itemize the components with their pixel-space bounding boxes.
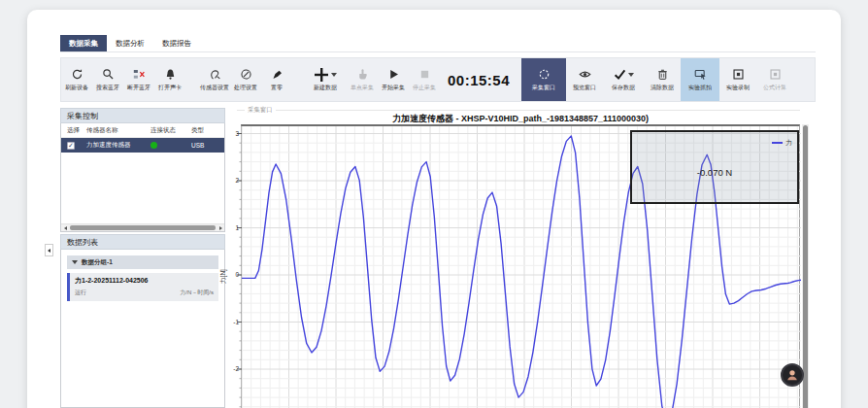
chevron-down-icon [72, 260, 78, 264]
formula-calc-button[interactable]: 公式计算 [756, 58, 793, 101]
groupbox-label: 采集窗口 [245, 106, 276, 115]
data-list-panel: 数据列表 数据分组-1 力1-2-20251112-042506 运行 力/N－… [60, 234, 225, 408]
single-point-capture-button[interactable]: 单点采集 [347, 58, 378, 101]
status-dot [150, 142, 157, 149]
chevron-down-icon[interactable] [331, 73, 337, 77]
new-data-button[interactable]: 新建数据 [304, 58, 347, 101]
chart-legend: 力 [772, 138, 792, 148]
open-soundcard-button[interactable]: 打开声卡 [154, 58, 185, 101]
trash-icon [656, 67, 669, 82]
record-square-icon [732, 67, 745, 82]
y-tick-label: 3 [227, 130, 239, 137]
tab-data-capture[interactable]: 数据采集 [60, 35, 107, 51]
sensor-checkbox[interactable]: ✓ [67, 142, 75, 150]
start-capture-button[interactable]: 开始采集 [378, 58, 409, 101]
check-icon [614, 68, 626, 81]
y-tick-label: -1 [227, 319, 239, 325]
screen-capture-icon [694, 67, 707, 82]
marker-pen-icon [271, 67, 284, 82]
chevron-down-icon[interactable] [628, 73, 634, 77]
toolbar-spacer [292, 58, 304, 101]
horizontal-scrollbar[interactable] [61, 223, 224, 231]
scroll-right-icon[interactable] [217, 224, 224, 232]
dataset-status: 运行 [75, 289, 86, 297]
plus-icon [314, 67, 329, 83]
vertical-scrollbar[interactable] [802, 124, 809, 408]
dataset-axes: 力/N－时间/s [180, 289, 214, 297]
experiment-snapshot-button[interactable]: 实验抓拍 [681, 58, 719, 101]
bell-icon [164, 67, 177, 82]
tab-data-analysis[interactable]: 数据分析 [107, 35, 153, 51]
groupbox-line [237, 110, 800, 111]
person-icon [785, 368, 799, 382]
main-toolbar: 刷新设备 搜索蓝牙 断开蓝牙 打开声卡 传感器设置 处理设置 置零 [60, 57, 816, 102]
play-icon [387, 67, 400, 82]
eye-icon [579, 67, 591, 82]
floating-avatar-button[interactable] [781, 363, 804, 387]
edit-circle-icon [240, 67, 252, 82]
search-bluetooth-button[interactable]: 搜索蓝牙 [92, 58, 123, 101]
refresh-device-button[interactable]: 刷新设备 [61, 58, 92, 101]
scrollbar-thumb[interactable] [70, 225, 216, 230]
data-group-row[interactable]: 数据分组-1 [67, 255, 218, 269]
bluetooth-disconnect-icon [133, 67, 146, 82]
toolbar-spacer [185, 58, 199, 101]
preview-window-button[interactable]: 预览窗口 [566, 58, 603, 101]
chart-panel: 采集窗口 力加速度传感器 - XHSP-V10HID_path_-1981348… [231, 105, 833, 408]
hand-point-icon [356, 67, 369, 82]
y-tick-label: 2 [227, 177, 239, 184]
app-screenshot: { "tabs": { "items": [ { "label": "数据采集"… [0, 0, 868, 408]
scrollbar-thumb[interactable] [803, 125, 808, 408]
y-tick-label: -2 [227, 365, 239, 372]
measurement-annotation: -0.070 N [632, 167, 797, 178]
experiment-record-button[interactable]: 实验录制 [719, 58, 756, 101]
save-data-button[interactable]: 保存数据 [603, 58, 644, 101]
tab-data-report[interactable]: 数据报告 [153, 35, 200, 51]
capture-control-panel: 采集控制 选择 传感器名称 连接状态 类型 ✓ 力加速度传感器 USB [60, 108, 225, 232]
formula-square-icon [769, 67, 782, 82]
capture-window-button[interactable]: 采集窗口 [521, 58, 566, 101]
stop-icon [418, 67, 431, 82]
stop-capture-button[interactable]: 停止采集 [409, 58, 440, 101]
plot-area[interactable]: 力[N] 3210-1-2 -0.070 N 力 [241, 124, 800, 408]
legend-line-swatch [772, 142, 783, 144]
y-tick-label: 1 [227, 224, 239, 231]
capture-control-header: 采集控制 [60, 108, 225, 123]
y-tick-label: 0 [227, 271, 239, 278]
process-settings-button[interactable]: 处理设置 [230, 58, 261, 101]
zero-button[interactable]: 置零 [261, 58, 292, 101]
sensor-table-header: 选择 传感器名称 连接状态 类型 [61, 123, 224, 138]
tab-bar: 数据采集 数据分析 数据报告 [60, 36, 816, 52]
sensor-settings-button[interactable]: 传感器设置 [199, 58, 230, 101]
dashed-circle-icon [538, 67, 551, 82]
legend-series-label: 力 [785, 138, 792, 148]
data-list-header: 数据列表 [60, 234, 225, 250]
app-window: 数据采集 数据分析 数据报告 刷新设备 搜索蓝牙 断开蓝牙 打开声卡 传感器设置… [27, 10, 841, 408]
sidebar-collapse-handle[interactable] [45, 244, 53, 256]
disconnect-bluetooth-button[interactable]: 断开蓝牙 [123, 58, 154, 101]
refresh-icon [71, 67, 83, 82]
clear-data-button[interactable]: 清除数据 [644, 58, 681, 101]
scroll-left-icon[interactable] [61, 224, 69, 232]
capture-timer: 00:15:54 [448, 72, 510, 88]
table-row-sensor[interactable]: ✓ 力加速度传感器 USB [61, 138, 224, 153]
search-icon [102, 67, 115, 82]
list-item-dataset[interactable]: 力1-2-20251112-042506 运行 力/N－时间/s [67, 273, 218, 301]
ear-settings-icon [209, 67, 221, 82]
